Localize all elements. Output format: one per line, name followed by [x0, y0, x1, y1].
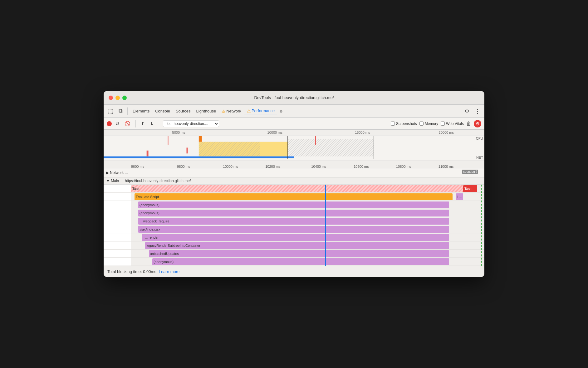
window-title: DevTools - foul-heavenly-direction.glitc… [254, 95, 334, 100]
memory-checkbox-label[interactable]: Memory [419, 122, 438, 126]
tab-sources[interactable]: Sources [173, 107, 193, 115]
settings-cog-button[interactable]: ⚙ [474, 120, 481, 127]
upload-button[interactable]: ⬆ [140, 120, 146, 127]
clear-button[interactable]: 🚫 [123, 120, 132, 127]
separator-2 [135, 120, 136, 127]
flame-row-anonymous-1[interactable]: (anonymous) [104, 201, 484, 209]
close-button[interactable] [109, 96, 113, 100]
flame-row-webpack[interactable]: __webpack_require__ [104, 217, 484, 225]
unbatched-bar[interactable]: unbatchedUpdates [149, 250, 449, 257]
screenshots-checkbox[interactable] [391, 122, 395, 126]
anonymous-1-bar[interactable]: (anonymous) [138, 201, 449, 208]
task-bar[interactable]: Task [131, 185, 463, 192]
render-bar-area: _... render [131, 233, 484, 241]
overview-ruler: 5000 ms 10000 ms 15000 ms 20000 ms [104, 130, 484, 136]
nav-tabs: Elements Console Sources Lighthouse ⚠ Ne… [130, 107, 461, 115]
legacy-label [104, 241, 131, 249]
evaluate-bar-overflow[interactable]: L... [456, 193, 463, 200]
device-icon[interactable]: ⧉ [116, 107, 125, 116]
svg-rect-4 [199, 142, 260, 157]
nav-toolbar: ⬚ ⧉ Elements Console Sources Lighthouse … [104, 105, 484, 118]
memory-checkbox[interactable] [419, 122, 424, 126]
toolbar-right: ⚙ ⋮ [463, 107, 482, 116]
flame-row-unbatched[interactable]: unbatchedUpdates [104, 250, 484, 258]
svg-rect-0 [147, 151, 149, 157]
task-label [104, 185, 131, 192]
anonymous-3-bar[interactable]: (anonymous) [152, 258, 449, 265]
status-bar: Total blocking time: 0.00ms Learn more [104, 266, 484, 277]
svg-rect-3 [199, 136, 202, 142]
tab-console[interactable]: Console [153, 107, 173, 115]
unbatched-bar-area: unbatchedUpdates [131, 250, 484, 257]
screenshots-checkbox-label[interactable]: Screenshots [391, 122, 417, 126]
ruler-mark-5000: 5000 ms [172, 131, 185, 134]
cpu-label: CPU [476, 137, 483, 140]
tab-network[interactable]: ⚠ Network [219, 107, 244, 115]
separator-3 [159, 120, 159, 127]
maximize-button[interactable] [122, 96, 127, 100]
record-button[interactable] [107, 121, 112, 126]
detail-mark-5: 10600 ms [354, 165, 369, 168]
legacy-bar[interactable]: legacyRenderSubtreeIntoContainer [145, 242, 449, 249]
inspect-icon[interactable]: ⬚ [106, 107, 115, 116]
tab-performance[interactable]: ⚠ Performance [244, 107, 277, 115]
detail-mark-2: 10000 ms [223, 165, 238, 168]
src-label [104, 225, 131, 233]
task-bar-area: Task Task [131, 185, 484, 192]
web-vitals-checkbox-label[interactable]: Web Vitals [441, 122, 464, 126]
evaluate-label [104, 193, 131, 201]
evaluate-bar-area: Evaluate Script L... [131, 193, 484, 201]
anonymous-3-label [104, 258, 131, 266]
blocking-time-text: Total blocking time: 0.00ms [107, 269, 156, 274]
ruler-mark-10000: 10000 ms [267, 131, 282, 134]
timeline-overview-section: 5000 ms 10000 ms 15000 ms 20000 ms [104, 130, 484, 177]
flame-row-anonymous-2[interactable]: (anonymous) [104, 209, 484, 217]
minimize-button[interactable] [115, 96, 120, 100]
url-select[interactable]: foul-heavenly-direction.... [163, 120, 219, 127]
webpack-bar[interactable]: __webpack_require__ [138, 218, 449, 225]
learn-more-link[interactable]: Learn more [159, 269, 179, 274]
detail-mark-7: 11000 ms [439, 165, 453, 168]
ruler-mark-20000: 20000 ms [439, 131, 454, 134]
webpack-label [104, 217, 131, 225]
anonymous-1-bar-area: (anonymous) [131, 201, 484, 209]
anonymous-2-bar-area: (anonymous) [131, 209, 484, 217]
flame-row-legacy[interactable]: legacyRenderSubtreeIntoContainer [104, 241, 484, 250]
download-button[interactable]: ⬇ [149, 120, 155, 127]
network-row-label: ▶ Network ... [106, 171, 128, 175]
unbatched-label [104, 250, 131, 257]
more-tabs-button[interactable]: » [278, 107, 284, 115]
refresh-button[interactable]: ↺ [114, 120, 121, 127]
flame-row-src[interactable]: ./src/index.jsx [104, 225, 484, 233]
detail-mark-3: 10200 ms [265, 165, 280, 168]
settings-icon[interactable]: ⚙ [463, 107, 471, 116]
webpack-bar-area: __webpack_require__ [131, 217, 484, 225]
anonymous-2-bar[interactable]: (anonymous) [138, 210, 449, 216]
ruler-mark-15000: 15000 ms [355, 131, 370, 134]
network-warning-icon: ⚠ [222, 109, 226, 114]
flame-rows: Task Task Evaluate Script [104, 185, 484, 266]
src-bar[interactable]: ./src/index.jsx [138, 226, 449, 233]
detail-mark-0: 9600 ms [131, 165, 144, 168]
render-bar[interactable]: _... render [142, 234, 449, 241]
tab-lighthouse[interactable]: Lighthouse [194, 107, 219, 115]
cpu-chart [104, 136, 472, 159]
timeline-overview[interactable]: 5000 ms 10000 ms 15000 ms 20000 ms [104, 130, 484, 161]
evaluate-bar[interactable]: Evaluate Script [135, 193, 453, 200]
flame-row-render[interactable]: _... render [104, 233, 484, 241]
task-bar-right[interactable]: Task [463, 185, 477, 192]
tab-elements[interactable]: Elements [130, 107, 152, 115]
detail-mark-6: 10800 ms [396, 165, 411, 168]
more-options-icon[interactable]: ⋮ [473, 107, 482, 116]
titlebar: DevTools - foul-heavenly-direction.glitc… [104, 91, 484, 105]
flame-row-anonymous-3[interactable]: (anonymous) [104, 258, 484, 266]
trash-button[interactable]: 🗑 [466, 121, 471, 127]
detail-ruler: 9600 ms 9800 ms 10000 ms 10200 ms 10400 … [104, 161, 484, 168]
performance-warning-icon: ⚠ [247, 108, 251, 113]
network-row[interactable]: ▶ Network ... soop.jpg ( [104, 168, 484, 177]
flame-row-task[interactable]: Task Task [104, 185, 484, 193]
web-vitals-checkbox[interactable] [441, 122, 445, 126]
detail-mark-1: 9800 ms [177, 165, 190, 168]
flame-row-evaluate[interactable]: Evaluate Script L... [104, 193, 484, 201]
soop-badge: soop.jpg ( [462, 170, 478, 174]
